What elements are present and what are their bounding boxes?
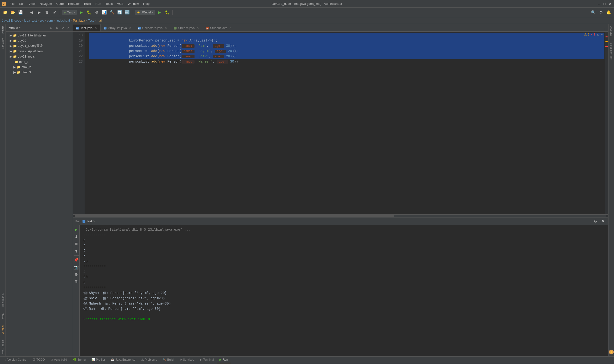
chevron-up-icon[interactable]: ▲ xyxy=(596,33,599,36)
bottom-tab-autobuild[interactable]: ⚙ Auto-build xyxy=(48,357,70,363)
menu-help[interactable]: Help xyxy=(141,1,152,6)
reload-button[interactable]: 🔄 xyxy=(116,9,123,16)
menu-navigate[interactable]: Navigate xyxy=(38,1,54,6)
jrebel-debug[interactable]: 🐛 xyxy=(164,9,170,16)
bottom-tab-problems[interactable]: ⚠ Problems xyxy=(138,357,160,363)
project-dropdown[interactable]: ▾ xyxy=(19,26,21,29)
bottom-tab-todo[interactable]: ☑ TODO xyxy=(30,357,48,363)
run-settings-btn[interactable]: ⚙ xyxy=(592,218,599,225)
bc-com[interactable]: com xyxy=(47,19,53,22)
aws-tool-label[interactable]: AWS Toolkit xyxy=(0,336,5,356)
tab-close-btn[interactable]: ✕ xyxy=(196,26,199,30)
hscroll-thumb[interactable] xyxy=(75,215,394,217)
bookmarks-tool-label[interactable]: Bookmarks xyxy=(0,279,5,309)
maximize-button[interactable]: □ xyxy=(602,2,606,6)
jrebel-btn[interactable]: ⚡ JRebel ▾ xyxy=(135,10,155,15)
forward-btn[interactable]: ▶ xyxy=(36,9,42,16)
build-button[interactable]: 🔨 xyxy=(109,9,115,16)
new-project-btn[interactable]: 📁 xyxy=(2,9,9,16)
run-tab-close[interactable]: ✕ xyxy=(93,220,96,223)
translate-btn[interactable]: 🔤 xyxy=(124,9,131,16)
tab-arraylist[interactable]: C ArrayList.java ✕ xyxy=(101,24,135,31)
run-output[interactable]: "D:\1program file\Java\jdk1.8.0_231\bin\… xyxy=(80,225,608,356)
project-locate-btn[interactable]: ⊕ xyxy=(49,26,53,30)
bottom-tab-vcs[interactable]: ⑂ Version Control xyxy=(2,357,30,363)
coverage-button[interactable]: ⚙ xyxy=(93,9,100,16)
tabs-more-btn[interactable]: ⋮ xyxy=(601,28,608,31)
bottom-tab-profiler[interactable]: 📊 Profiler xyxy=(89,357,108,363)
tab-student[interactable]: m Student.java ✕ xyxy=(203,24,235,31)
settings-btn[interactable]: ⚙ xyxy=(598,9,604,16)
screenshot-btn[interactable]: 📷 xyxy=(73,264,80,271)
tab-close-btn[interactable]: ✕ xyxy=(164,26,167,30)
tab-close-btn[interactable]: ✕ xyxy=(94,26,97,30)
menu-tools[interactable]: Tools xyxy=(104,1,115,6)
code-content[interactable]: List<Person> personList = new ArrayList<… xyxy=(85,32,608,214)
tree-item-day22[interactable]: ▶ 📁 day22_Ajax&Json xyxy=(6,48,73,54)
tab-collectors[interactable]: C Collectors.java ✕ xyxy=(135,24,170,31)
tab-test-java[interactable]: C Test.java ✕ xyxy=(73,24,101,31)
tree-item-day21[interactable]: ▶ 📁 day21_jquery高级 xyxy=(6,43,73,48)
code-editor[interactable]: ⚠ 1 ✕ 3 ▲ ▼ 18 19 20 21 22 23 xyxy=(73,32,608,214)
menu-file[interactable]: File xyxy=(8,1,16,6)
back-btn[interactable]: ◀ xyxy=(28,9,35,16)
stop-btn[interactable]: ⏹ xyxy=(73,241,80,247)
run-config-selector[interactable]: ▶ Test ▾ xyxy=(62,10,77,15)
bottom-tab-run[interactable]: ▶ Run xyxy=(217,357,231,363)
tab-close-btn[interactable]: ✕ xyxy=(229,26,232,30)
project-tool-label[interactable]: Project xyxy=(0,24,5,36)
big-data-tools-label[interactable]: Big Data Tools xyxy=(609,41,614,62)
jrebel-circle-btn[interactable]: ⚡ xyxy=(609,350,614,354)
clear-btn[interactable]: 🗑 xyxy=(73,278,80,285)
tree-item-html3[interactable]: ▶ 📁 html_3 xyxy=(6,70,73,75)
bottom-tab-enterprise[interactable]: ☕ Java Enterprise xyxy=(108,357,138,363)
recent-files-btn[interactable]: ⇅ xyxy=(43,9,50,16)
project-expand-all[interactable]: ⇅ xyxy=(54,26,59,30)
bc-src[interactable]: src xyxy=(40,19,44,22)
bc-project[interactable]: JavaSE_code xyxy=(2,19,21,22)
menu-window[interactable]: Window xyxy=(126,1,141,6)
tree-item-day19[interactable]: ▶ 📁 day19_filter&listener xyxy=(6,33,73,38)
profile-button[interactable]: 📊 xyxy=(101,9,108,16)
jrebel-tool-label[interactable]: JRebel xyxy=(0,321,5,336)
menu-run[interactable]: Run xyxy=(93,1,103,6)
nav-btn[interactable]: ⤢ xyxy=(51,9,58,16)
project-settings[interactable]: ⚙ xyxy=(60,26,65,30)
project-close[interactable]: ✕ xyxy=(66,26,71,30)
scroll-down-btn[interactable]: ⬇ xyxy=(73,233,80,240)
tree-item-html1[interactable]: 📁 html_1 xyxy=(6,59,73,64)
bc-class[interactable]: Test xyxy=(88,19,94,22)
settings-btn2[interactable]: ⚙ xyxy=(73,271,80,278)
menu-view[interactable]: View xyxy=(27,1,37,6)
web-tool-label[interactable]: Web xyxy=(0,309,5,321)
bc-method[interactable]: main xyxy=(97,19,103,22)
menu-refactor[interactable]: Refactor xyxy=(66,1,82,6)
bc-package[interactable]: liudashuai xyxy=(56,19,70,22)
tree-item-day23[interactable]: ▶ 📁 day23_redis xyxy=(6,54,73,59)
run-button[interactable]: ▶ xyxy=(78,9,85,16)
menu-code[interactable]: Code xyxy=(54,1,66,6)
notifications-btn[interactable]: 🔔 xyxy=(605,9,612,16)
save-btn[interactable]: 💾 xyxy=(17,9,24,16)
database-label[interactable]: Database xyxy=(609,24,614,39)
menu-edit[interactable]: Edit xyxy=(17,1,26,6)
close-button[interactable]: ✕ xyxy=(608,2,612,6)
search-everywhere[interactable]: 🔍 xyxy=(590,9,597,16)
scroll-up-btn[interactable]: ⬆ xyxy=(73,248,80,254)
menu-build[interactable]: Build xyxy=(82,1,93,6)
tab-close-btn[interactable]: ✕ xyxy=(128,26,132,30)
minimize-button[interactable]: – xyxy=(597,2,601,6)
chevron-down-icon[interactable]: ▼ xyxy=(600,33,603,36)
bc-file[interactable]: Test.java xyxy=(73,19,85,22)
structure-tool-label[interactable]: Structure xyxy=(0,36,5,51)
run-tab[interactable]: C Test ✕ xyxy=(82,220,96,223)
code-hscrollbar[interactable] xyxy=(73,214,608,217)
tab-stream[interactable]: I Stream.java ✕ xyxy=(170,24,202,31)
rerun-btn[interactable]: ▶ xyxy=(73,226,80,233)
pin-tab-btn[interactable]: 📌 xyxy=(73,257,80,263)
menu-vcs[interactable]: VCS xyxy=(115,1,125,6)
bottom-tab-services[interactable]: ⚙ Services xyxy=(177,357,197,363)
bottom-tab-terminal[interactable]: ▶ Terminal xyxy=(197,357,217,363)
jrebel-run[interactable]: ▶ xyxy=(156,9,163,16)
tree-item-html2[interactable]: ▶ 📁 html_2 xyxy=(6,64,73,70)
